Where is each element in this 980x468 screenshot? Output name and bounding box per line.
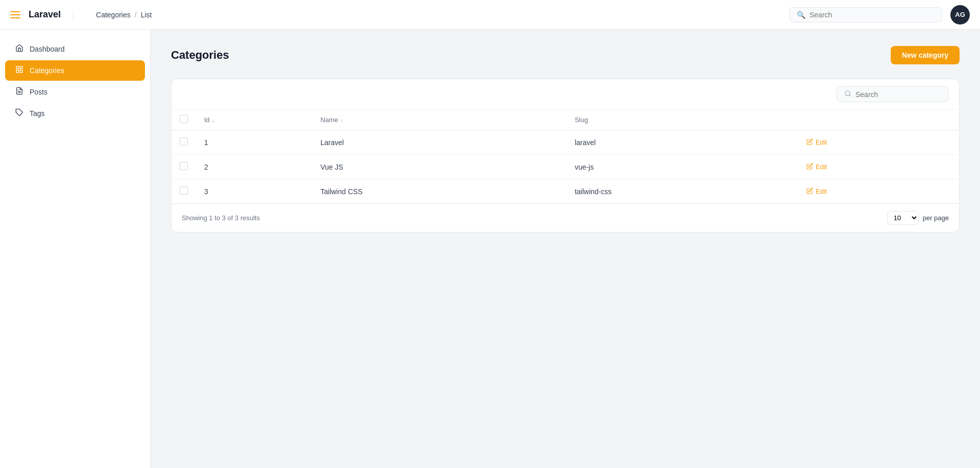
header-divider (73, 10, 74, 20)
table-search-input[interactable] (855, 90, 941, 99)
categories-table: Id ↓ Name ↓ Slug (172, 110, 959, 203)
breadcrumb-separator: / (135, 11, 137, 19)
sidebar-item-tags[interactable]: Tags (5, 103, 145, 124)
table-body: 1 Laravel laravel Edit 2 Vue JS vue-js (172, 130, 959, 204)
name-label: Name (321, 116, 338, 124)
new-category-button[interactable]: New category (891, 46, 960, 64)
per-page-select[interactable]: 102550100 (887, 211, 919, 225)
column-actions (798, 110, 959, 130)
sidebar-label-dashboard: Dashboard (30, 45, 65, 53)
posts-icon (15, 87, 23, 97)
page-header: Categories New category (171, 46, 960, 64)
sidebar-item-categories[interactable]: Categories (5, 60, 145, 81)
global-search[interactable]: 🔍 (789, 7, 942, 22)
svg-rect-1 (20, 66, 22, 69)
table-row: 3 Tailwind CSS tailwind-css Edit (172, 179, 959, 204)
svg-point-7 (845, 91, 850, 96)
column-name[interactable]: Name ↓ (312, 110, 567, 130)
row-actions: Edit (798, 130, 959, 155)
name-sort-icon: ↓ (340, 117, 343, 123)
table-footer: Showing 1 to 3 of 3 results 102550100 pe… (172, 203, 959, 232)
showing-text: Showing 1 to 3 of 3 results (182, 214, 260, 222)
table-toolbar (172, 79, 959, 110)
header-left: Laravel Categories / List (10, 9, 152, 20)
sidebar-label-posts: Posts (30, 88, 47, 96)
sidebar-label-tags: Tags (30, 109, 45, 118)
sidebar-item-dashboard[interactable]: Dashboard (5, 39, 145, 59)
page-title: Categories (171, 49, 229, 62)
search-icon: 🔍 (797, 11, 805, 19)
table-header-row: Id ↓ Name ↓ Slug (172, 110, 959, 130)
row-checkbox-cell (172, 155, 196, 179)
breadcrumb-categories[interactable]: Categories (96, 11, 131, 19)
edit-icon (806, 188, 813, 196)
row-slug: vue-js (567, 155, 798, 179)
search-input[interactable] (810, 11, 935, 19)
row-checkbox-cell (172, 130, 196, 155)
row-actions: Edit (798, 155, 959, 179)
row-slug: laravel (567, 130, 798, 155)
main-content: Categories New category (151, 30, 980, 468)
row-id: 3 (196, 179, 312, 204)
hamburger-icon[interactable] (10, 11, 20, 18)
column-id[interactable]: Id ↓ (196, 110, 312, 130)
sidebar-item-posts[interactable]: Posts (5, 82, 145, 102)
app-title: Laravel (29, 9, 61, 20)
tags-icon (15, 108, 23, 119)
row-id: 2 (196, 155, 312, 179)
home-icon (15, 44, 23, 54)
table-search-icon (844, 90, 851, 99)
layout: Dashboard Categories Posts Tags Categori… (0, 30, 980, 468)
row-id: 1 (196, 130, 312, 155)
breadcrumb: Categories / List (96, 11, 152, 19)
edit-button[interactable]: Edit (806, 163, 827, 171)
table-search[interactable] (837, 86, 949, 102)
svg-rect-3 (16, 70, 19, 73)
per-page-wrap: 102550100 per page (887, 211, 949, 225)
edit-button[interactable]: Edit (806, 188, 827, 196)
avatar[interactable]: AG (950, 5, 970, 25)
header-right: 🔍 AG (789, 5, 970, 25)
per-page-label: per page (923, 214, 949, 222)
column-checkbox (172, 110, 196, 130)
edit-icon (806, 138, 813, 147)
row-name: Laravel (312, 130, 567, 155)
row-checkbox[interactable] (180, 137, 188, 146)
svg-line-8 (849, 95, 851, 97)
edit-icon (806, 163, 813, 171)
row-actions: Edit (798, 179, 959, 204)
table-row: 2 Vue JS vue-js Edit (172, 155, 959, 179)
row-name: Vue JS (312, 155, 567, 179)
header: Laravel Categories / List 🔍 AG (0, 0, 980, 30)
table-row: 1 Laravel laravel Edit (172, 130, 959, 155)
row-slug: tailwind-css (567, 179, 798, 204)
slug-label: Slug (575, 116, 588, 124)
select-all-checkbox[interactable] (180, 115, 188, 123)
categories-table-card: Id ↓ Name ↓ Slug (171, 79, 960, 232)
svg-rect-0 (16, 66, 19, 69)
id-label: Id (204, 116, 210, 124)
column-slug: Slug (567, 110, 798, 130)
row-checkbox[interactable] (180, 186, 188, 195)
row-checkbox[interactable] (180, 162, 188, 170)
sidebar-label-categories: Categories (30, 66, 64, 75)
row-checkbox-cell (172, 179, 196, 204)
sidebar: Dashboard Categories Posts Tags (0, 30, 151, 468)
breadcrumb-list: List (141, 11, 152, 19)
svg-rect-2 (20, 70, 22, 73)
categories-icon (15, 65, 23, 76)
id-sort-icon: ↓ (212, 117, 215, 123)
edit-button[interactable]: Edit (806, 138, 827, 147)
row-name: Tailwind CSS (312, 179, 567, 204)
